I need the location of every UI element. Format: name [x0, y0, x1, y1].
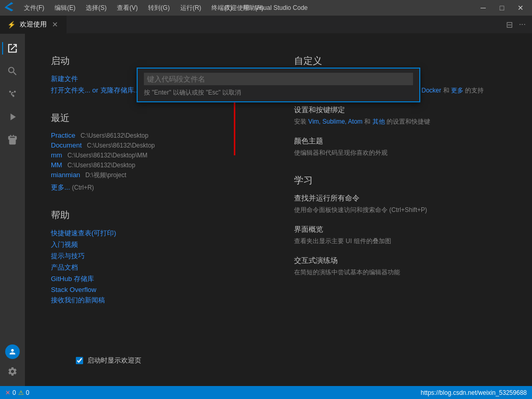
tab-icon: ⚡	[7, 21, 16, 29]
intro-videos-link[interactable]: 入门视频	[51, 240, 263, 249]
status-url: https://blog.csdn.net/weixin_53259688	[421, 389, 527, 396]
menu-run[interactable]: 运行(R)	[176, 3, 206, 14]
menu-file[interactable]: 文件(F)	[20, 3, 48, 14]
search-activity-button[interactable]	[2, 61, 23, 82]
statusbar-right: https://blog.csdn.net/weixin_53259688	[421, 389, 527, 396]
recent-name-2[interactable]: mm	[51, 151, 62, 159]
close-button[interactable]: ✕	[513, 3, 528, 13]
learn-interface: 界面概览 查看夹出显示主要 UI 组件的叠加图	[294, 225, 506, 246]
welcome-tab[interactable]: ⚡ 欢迎使用 ✕	[0, 16, 67, 34]
docs-link[interactable]: 产品文档	[51, 263, 263, 272]
source-control-activity-button[interactable]	[2, 84, 23, 104]
learn-section: 学习 查找并运行所有命令 使用命令面板快速访问和搜索命令 (Ctrl+Shift…	[294, 174, 506, 277]
startup-label[interactable]: 启动时显示欢迎页	[87, 356, 141, 365]
recent-item-4: mianmian D:\视频\project	[51, 171, 263, 180]
error-icon: ✕	[5, 389, 10, 396]
warning-icon: ⚠	[18, 389, 24, 396]
more-recent-link[interactable]: 更多...	[51, 183, 70, 191]
startup-checkbox-area: 启动时显示欢迎页	[50, 351, 167, 370]
explorer-activity-button[interactable]	[2, 38, 23, 59]
more-tools-link[interactable]: 更多	[451, 87, 463, 94]
vscode-logo	[4, 2, 14, 14]
error-status[interactable]: ✕ 0 ⚠ 0	[5, 389, 29, 396]
recent-item-3: MM C:\Users\86132\Desktop	[51, 161, 263, 169]
error-count: 0	[12, 389, 16, 396]
snippet-hint: 按 "Enter" 以确认或按 "Esc" 以取消	[144, 88, 413, 97]
snippet-name-input[interactable]	[144, 73, 413, 85]
keybindings-desc: 安装 Vim, Sublime, Atom 和 其他 的设置和快捷键	[294, 117, 506, 126]
activity-bar-bottom	[2, 344, 23, 386]
theme-title: 颜色主题	[294, 137, 506, 146]
recent-path-4: D:\视频\project	[85, 171, 126, 180]
stackoverflow-link[interactable]: Stack Overflow	[51, 286, 263, 294]
newsletter-link[interactable]: 接收我们的新闻稿	[51, 296, 263, 305]
recent-name-0[interactable]: Practice	[51, 131, 75, 139]
interface-desc: 查看夹出显示主要 UI 组件的叠加图	[294, 236, 506, 246]
more-actions-button[interactable]: ···	[517, 19, 528, 30]
other-kb-link[interactable]: 其他	[373, 118, 385, 125]
recent-name-4[interactable]: mianmian	[51, 171, 80, 179]
help-title: 帮助	[51, 209, 263, 221]
tab-close-button[interactable]: ✕	[51, 20, 59, 29]
keybindings-link[interactable]: Vim, Sublime, Atom	[308, 118, 362, 125]
extensions-activity-button[interactable]	[2, 129, 23, 150]
recent-path-0: C:\Users\86132\Desktop	[81, 132, 149, 139]
learn-playground: 交互式演练场 在简短的演练中尝试基本的编辑器功能	[294, 256, 506, 277]
recent-path-3: C:\Users\86132\Desktop	[68, 162, 136, 169]
customize-theme: 颜色主题 使编辑器和代码呈现你喜欢的外观	[294, 137, 506, 157]
titlebar: 文件(F) 编辑(E) 选择(S) 查看(V) 转到(G) 运行(R) 终端(T…	[0, 0, 532, 16]
recent-path-1: C:\Users\86132\Desktop	[87, 142, 155, 149]
commands-title[interactable]: 查找并运行所有命令	[294, 194, 506, 203]
tab-label: 欢迎使用	[20, 20, 47, 29]
account-button[interactable]	[5, 344, 20, 359]
playground-desc: 在简短的演练中尝试基本的编辑器功能	[294, 268, 506, 277]
tab-actions: ⊟ ···	[504, 19, 532, 31]
menu-select[interactable]: 选择(S)	[82, 3, 111, 14]
statusbar: ✕ 0 ⚠ 0 https://blog.csdn.net/weixin_532…	[0, 386, 532, 399]
run-activity-button[interactable]	[2, 107, 23, 127]
recent-path-2: C:\Users\86132\Desktop\MM	[68, 152, 148, 159]
menu-view[interactable]: 查看(V)	[113, 3, 142, 14]
statusbar-left: ✕ 0 ⚠ 0	[5, 389, 29, 396]
recent-name-1[interactable]: Document	[51, 141, 82, 149]
minimize-button[interactable]: ─	[476, 3, 490, 13]
split-editor-button[interactable]: ⊟	[504, 19, 515, 31]
startup-checkbox[interactable]	[76, 357, 83, 364]
github-link[interactable]: GitHub 存储库	[51, 274, 263, 284]
help-section: 帮助 快捷键速查表(可打印) 入门视频 提示与技巧 产品文档 GitHub 存储…	[51, 209, 263, 305]
main-layout: 按 "Enter" 以确认或按 "Esc" 以取消 启动 新建文件 打开文件夹.…	[0, 34, 532, 386]
content-area: 按 "Enter" 以确认或按 "Esc" 以取消 启动 新建文件 打开文件夹.…	[25, 34, 532, 386]
start-title: 启动	[51, 55, 263, 67]
more-hint: (Ctrl+R)	[72, 184, 94, 191]
tips-link[interactable]: 提示与技巧	[51, 251, 263, 261]
learn-commands: 查找并运行所有命令 使用命令面板快速访问和搜索命令 (Ctrl+Shift+P)	[294, 194, 506, 215]
settings-activity-button[interactable]	[2, 361, 23, 382]
shortcuts-link[interactable]: 快捷键速查表(可打印)	[51, 229, 263, 238]
arrow-line	[234, 93, 235, 155]
restore-button[interactable]: □	[495, 3, 509, 13]
commands-desc: 使用命令面板快速访问和搜索命令 (Ctrl+Shift+P)	[294, 205, 506, 215]
menu-goto[interactable]: 转到(G)	[144, 3, 174, 14]
keybindings-title: 设置和按键绑定	[294, 105, 506, 115]
snippet-input-overlay: 按 "Enter" 以确认或按 "Esc" 以取消	[137, 68, 420, 102]
customize-title: 自定义	[294, 55, 506, 67]
learn-title: 学习	[294, 174, 506, 187]
tabbar: ⚡ 欢迎使用 ✕ ⊟ ···	[0, 16, 532, 34]
activitybar	[0, 34, 25, 386]
playground-title[interactable]: 交互式演练场	[294, 256, 506, 265]
window-controls: ─ □ ✕	[476, 3, 528, 13]
menu-edit[interactable]: 编辑(E)	[50, 3, 79, 14]
theme-desc: 使编辑器和代码呈现你喜欢的外观	[294, 148, 506, 157]
recent-name-3[interactable]: MM	[51, 161, 62, 169]
window-title: 欢迎使用 - Visual Studio Code	[224, 4, 308, 12]
customize-keybindings: 设置和按键绑定 安装 Vim, Sublime, Atom 和 其他 的设置和快…	[294, 105, 506, 126]
interface-title[interactable]: 界面概览	[294, 225, 506, 234]
warning-count: 0	[26, 389, 30, 396]
